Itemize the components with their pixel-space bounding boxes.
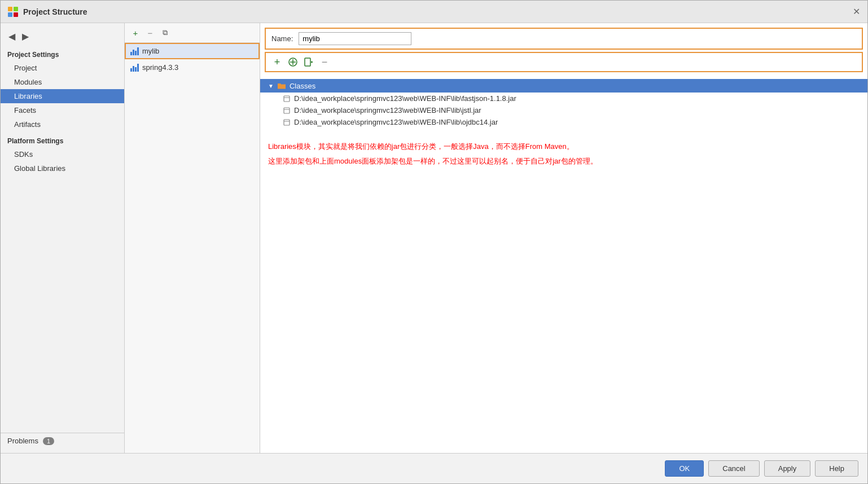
- add-library-button[interactable]: +: [129, 27, 142, 39]
- title-bar: Project Structure ✕: [1, 1, 867, 23]
- back-arrow[interactable]: ◀: [6, 30, 17, 43]
- project-settings-header: Project Settings: [1, 47, 124, 61]
- sidebar-item-global-libraries[interactable]: Global Libraries: [1, 161, 124, 175]
- close-button[interactable]: ✕: [852, 7, 861, 16]
- tree-area: ▼ Classes D:\idea_workplace\springmvc123…: [260, 77, 867, 453]
- center-toolbar: + − ⧉: [125, 23, 260, 43]
- add-classes-button[interactable]: +: [270, 55, 284, 69]
- project-structure-window: Project Structure ✕ ◀ ▶ Project Settings…: [0, 0, 868, 484]
- add-file-button[interactable]: [302, 55, 315, 69]
- svg-rect-12: [284, 108, 290, 113]
- sidebar-item-modules[interactable]: Modules: [1, 75, 124, 89]
- tree-child-fastjson: D:\idea_workplace\springmvc123\web\WEB-I…: [260, 93, 867, 104]
- note-area: Libraries模块，其实就是将我们依赖的jar包进行分类，一般选择Java，…: [260, 128, 867, 180]
- svg-rect-10: [284, 96, 290, 102]
- sidebar-item-facets[interactable]: Facets: [1, 103, 124, 117]
- right-panel: Name: +: [260, 23, 867, 453]
- platform-settings-header: Platform Settings: [1, 131, 124, 147]
- help-button[interactable]: Help: [815, 460, 858, 477]
- name-label: Name:: [271, 34, 293, 43]
- svg-rect-3: [14, 12, 18, 17]
- right-toolbar: + −: [265, 52, 863, 72]
- forward-arrow[interactable]: ▶: [20, 30, 31, 43]
- tree-child-jstl: D:\idea_workplace\springmvc123\web\WEB-I…: [260, 104, 867, 116]
- main-content: ◀ ▶ Project Settings Project Modules Lib…: [1, 23, 867, 453]
- sidebar-item-artifacts[interactable]: Artifacts: [1, 117, 124, 131]
- sidebar-item-libraries[interactable]: Libraries: [1, 89, 124, 103]
- sidebar-item-project[interactable]: Project: [1, 61, 124, 75]
- copy-library-button[interactable]: ⧉: [159, 27, 171, 39]
- nav-arrows: ◀ ▶: [1, 28, 124, 47]
- library-icon-mylib: [130, 47, 139, 55]
- expand-arrow-icon: ▼: [268, 83, 274, 89]
- classes-folder-icon: [277, 81, 286, 90]
- add-root-button[interactable]: [286, 55, 300, 69]
- sidebar: ◀ ▶ Project Settings Project Modules Lib…: [1, 23, 125, 453]
- remove-library-button[interactable]: −: [144, 27, 156, 39]
- title-bar-left: Project Structure: [7, 6, 87, 17]
- svg-rect-7: [305, 58, 310, 66]
- window-title: Project Structure: [23, 7, 87, 16]
- note-line2: 这里添加架包和上面modules面板添加架包是一样的，不过这里可以起别名，便于自…: [268, 154, 860, 169]
- sidebar-item-sdks[interactable]: SDKs: [1, 147, 124, 161]
- cancel-button[interactable]: Cancel: [708, 460, 759, 477]
- problems-row: Problems 1: [1, 433, 124, 448]
- apply-button[interactable]: Apply: [764, 460, 811, 477]
- problems-label: Problems: [7, 437, 38, 445]
- app-icon: [7, 6, 19, 17]
- note-line1: Libraries模块，其实就是将我们依赖的jar包进行分类，一般选择Java，…: [268, 139, 860, 154]
- library-item-spring[interactable]: spring4.3.3: [125, 59, 260, 76]
- center-panel: + − ⧉ mylib: [125, 23, 260, 453]
- jar-icon-jstl: [283, 107, 291, 115]
- remove-entry-button[interactable]: −: [318, 55, 331, 69]
- classes-tree-item[interactable]: ▼ Classes: [260, 79, 867, 93]
- library-icon-spring: [130, 64, 139, 72]
- svg-rect-14: [284, 120, 290, 125]
- add-file-icon: [304, 57, 314, 67]
- add-root-icon: [288, 57, 298, 67]
- footer: OK Cancel Apply Help: [1, 453, 867, 483]
- svg-rect-1: [14, 7, 18, 11]
- library-item-mylib[interactable]: mylib: [125, 43, 260, 59]
- library-list: mylib spring4.3.3: [125, 43, 260, 453]
- name-row: Name:: [265, 28, 863, 50]
- svg-rect-0: [8, 7, 12, 11]
- problems-badge: 1: [43, 437, 54, 445]
- svg-rect-2: [8, 12, 12, 17]
- tree-child-ojdbc: D:\idea_workplace\springmvc123\web\WEB-I…: [260, 116, 867, 128]
- ok-button[interactable]: OK: [665, 460, 704, 477]
- classes-label: Classes: [290, 82, 315, 90]
- name-input[interactable]: [299, 32, 411, 45]
- jar-icon-ojdbc: [283, 118, 291, 126]
- jar-icon-fastjson: [283, 95, 291, 103]
